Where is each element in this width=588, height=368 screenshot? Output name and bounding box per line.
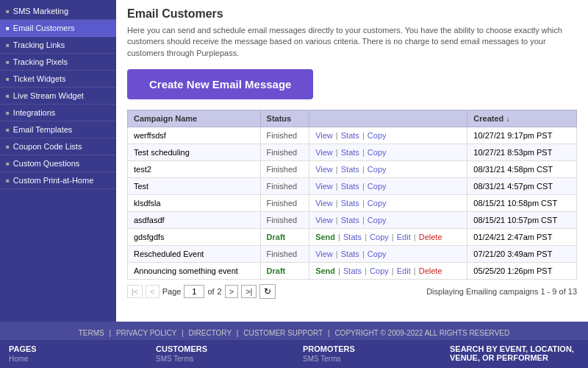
- campaign-name: Announcing something event: [128, 263, 261, 280]
- campaign-created: 10/27/21 9:17pm PST: [467, 127, 577, 144]
- prev-page-button[interactable]: <: [146, 285, 159, 298]
- action-copy-link[interactable]: Copy: [368, 182, 387, 191]
- action-stats-link[interactable]: Stats: [341, 199, 359, 208]
- action-stats-link[interactable]: Stats: [341, 182, 359, 191]
- footer-link-privacy[interactable]: PRIVACY POLICY: [116, 329, 176, 337]
- table-row: asdfasdfFinishedView | Stats | Copy08/15…: [128, 212, 577, 229]
- campaign-actions: View | Stats | Copy: [309, 127, 467, 144]
- campaign-created: 08/31/21 4:58pm CST: [467, 161, 577, 178]
- campaign-actions: View | Stats | Copy: [309, 195, 467, 212]
- sidebar: SMS MarketingEmail CustomersTracking Lin…: [0, 0, 116, 322]
- sidebar-item-custom-print-at-home[interactable]: Custom Print-at-Home: [0, 172, 116, 189]
- sidebar-item-live-stream-widget[interactable]: Live Stream Widget: [0, 88, 116, 105]
- action-stats-link[interactable]: Stats: [341, 216, 359, 224]
- footer-link-support[interactable]: CUSTOMER SUPPORT: [243, 329, 323, 337]
- campaign-name: Test scheduling: [128, 144, 261, 161]
- action-separator: |: [360, 148, 367, 157]
- campaign-created: 07/21/20 3:49am PST: [467, 246, 577, 263]
- action-copy-link[interactable]: Copy: [368, 199, 387, 208]
- action-separator: |: [334, 131, 340, 140]
- first-page-button[interactable]: |<: [127, 285, 143, 298]
- action-separator: |: [360, 250, 367, 258]
- action-copy-link[interactable]: Copy: [368, 216, 387, 224]
- refresh-button[interactable]: ↻: [259, 284, 276, 299]
- footer-sep4: |: [328, 329, 331, 337]
- footer-col-pages-sub: Home: [9, 355, 138, 363]
- sidebar-item-sms-marketing[interactable]: SMS Marketing: [0, 3, 116, 20]
- table-row: Announcing something eventDraftSend | St…: [128, 263, 577, 280]
- action-view-link[interactable]: View: [315, 165, 333, 174]
- action-copy-link[interactable]: Copy: [370, 233, 389, 241]
- last-page-button[interactable]: >|: [241, 285, 257, 298]
- action-view-link[interactable]: View: [315, 182, 333, 191]
- action-stats-link[interactable]: Stats: [343, 266, 362, 275]
- campaign-created: 01/24/21 2:47am PST: [467, 229, 577, 246]
- footer-link-terms[interactable]: TERMS: [79, 329, 104, 337]
- campaign-status: Draft: [260, 229, 309, 246]
- action-edit-link[interactable]: Edit: [397, 233, 411, 241]
- col-actions-header: [309, 110, 467, 127]
- sidebar-item-email-customers[interactable]: Email Customers: [0, 20, 116, 37]
- action-separator: |: [336, 266, 343, 275]
- action-view-link[interactable]: View: [315, 250, 333, 258]
- action-edit-link[interactable]: Edit: [397, 266, 411, 275]
- app-container: SMS MarketingEmail CustomersTracking Lin…: [0, 0, 588, 368]
- footer-copyright: COPYRIGHT © 2009-2022 ALL RIGHTS RESERVE…: [334, 329, 509, 337]
- action-send-link[interactable]: Send: [315, 266, 335, 275]
- campaign-actions: View | Stats | Copy: [309, 144, 467, 161]
- action-delete-link[interactable]: Delete: [419, 266, 442, 275]
- action-view-link[interactable]: View: [315, 131, 333, 140]
- action-separator: |: [334, 182, 340, 191]
- action-stats-link[interactable]: Stats: [341, 131, 359, 140]
- campaign-actions: View | Stats | Copy: [309, 212, 467, 229]
- page-number-input[interactable]: [184, 285, 204, 298]
- campaign-name: gdsfgdfs: [128, 229, 261, 246]
- next-page-button[interactable]: >: [225, 285, 238, 298]
- action-separator: |: [412, 266, 418, 275]
- sidebar-item-tracking-links[interactable]: Tracking Links: [0, 37, 116, 54]
- sidebar-item-custom-questions[interactable]: Custom Questions: [0, 155, 116, 172]
- table-row: Test schedulingFinishedView | Stats | Co…: [128, 144, 577, 161]
- footer-col-pages-title: PAGES: [9, 344, 138, 353]
- footer-sep2: |: [182, 329, 185, 337]
- action-copy-link[interactable]: Copy: [368, 148, 387, 157]
- campaign-status: Finished: [260, 178, 309, 195]
- sidebar-item-email-templates[interactable]: Email Templates: [0, 121, 116, 138]
- action-copy-link[interactable]: Copy: [370, 266, 389, 275]
- footer-sep3: |: [237, 329, 240, 337]
- action-view-link[interactable]: View: [315, 216, 333, 224]
- footer-col-customers-title: CUSTOMERS: [156, 344, 285, 353]
- content-area: Email Customers Here you can send and sc…: [116, 0, 588, 322]
- display-info: Displaying Emailing campaigns 1 - 9 of 1…: [426, 287, 577, 296]
- sidebar-item-integrations[interactable]: Integrations: [0, 105, 116, 121]
- campaign-actions: View | Stats | Copy: [309, 161, 467, 178]
- footer-link-directory[interactable]: DIRECTORY: [189, 329, 232, 337]
- action-view-link[interactable]: View: [315, 199, 333, 208]
- create-email-button[interactable]: Create New Email Message: [127, 69, 313, 99]
- action-stats-link[interactable]: Stats: [341, 165, 359, 174]
- action-stats-link[interactable]: Stats: [341, 250, 359, 258]
- action-view-link[interactable]: View: [315, 148, 333, 157]
- page-description: Here you can send and schedule email mes…: [127, 25, 577, 59]
- action-stats-link[interactable]: Stats: [341, 148, 359, 157]
- sidebar-item-coupon-code-lists[interactable]: Coupon Code Lists: [0, 138, 116, 155]
- sidebar-item-ticket-widgets[interactable]: Ticket Widgets: [0, 71, 116, 88]
- action-stats-link[interactable]: Stats: [343, 233, 362, 241]
- action-copy-link[interactable]: Copy: [368, 165, 387, 174]
- action-send-link[interactable]: Send: [315, 233, 335, 241]
- col-created-header[interactable]: Created ↓: [467, 110, 577, 127]
- sidebar-item-tracking-pixels[interactable]: Tracking Pixels: [0, 54, 116, 71]
- action-delete-link[interactable]: Delete: [419, 233, 442, 241]
- table-row: klsdfslaFinishedView | Stats | Copy08/15…: [128, 195, 577, 212]
- footer-sep1: |: [110, 329, 113, 337]
- col-status-header: Status: [260, 110, 309, 127]
- campaign-created: 08/15/21 10:58pm CST: [467, 195, 577, 212]
- action-separator: |: [334, 148, 340, 157]
- campaign-status: Finished: [260, 212, 309, 229]
- page-label: Page: [162, 287, 182, 296]
- campaign-status: Finished: [260, 161, 309, 178]
- action-separator: |: [334, 216, 340, 224]
- action-copy-link[interactable]: Copy: [368, 250, 387, 258]
- col-name-header: Campaign Name: [128, 110, 261, 127]
- action-copy-link[interactable]: Copy: [368, 131, 387, 140]
